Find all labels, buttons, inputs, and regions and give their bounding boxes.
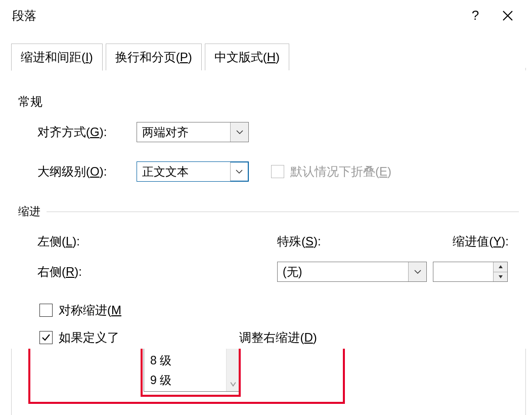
label-part: 默认情况下折叠(: [290, 164, 379, 178]
indent-by-label: 缩进值(Y):: [453, 233, 509, 250]
tab-label-part: ): [188, 50, 192, 64]
tab-label-part: ): [276, 50, 280, 64]
caret-up-icon: [498, 265, 503, 269]
outline-row: 大纲级别(O): 正文文本 默认情况下折叠(E): [11, 145, 526, 185]
alignment-combobox[interactable]: 两端对齐: [137, 122, 249, 142]
indent-by-value[interactable]: [433, 262, 493, 281]
scroll-down-arrow[interactable]: [230, 380, 236, 388]
special-indent-dropdown-button[interactable]: [408, 262, 426, 281]
indent-right-label: 右侧(R):: [37, 264, 137, 280]
tab-asian-typography[interactable]: 中文版式(H): [205, 44, 289, 71]
label-part: ):: [314, 234, 321, 248]
outline-level-dropdown-button[interactable]: [230, 162, 248, 181]
label-part: ):: [72, 234, 80, 248]
label-mn: L: [66, 234, 72, 248]
collapse-by-default-checkbox: 默认情况下折叠(E): [271, 163, 391, 180]
auto-adjust-indent-checkbox[interactable]: 如果定义了 XXXXXXXXXXXXXX 调整右缩进(D): [39, 329, 317, 346]
chevron-down-icon: [236, 130, 243, 135]
label-part: 左侧(: [37, 234, 66, 248]
close-icon: [502, 10, 513, 21]
tab-label-mn: P: [180, 50, 188, 64]
chevron-down-icon: [414, 269, 421, 274]
label-part: ): [387, 164, 391, 178]
tab-label-part: 换行和分页(: [115, 50, 180, 64]
label-part: ):: [74, 265, 82, 278]
indent-by-spinner[interactable]: [433, 262, 508, 282]
label-part: 对齐方式(: [37, 125, 90, 139]
special-indent-value: (无): [278, 262, 408, 281]
tab-label-mn: I: [85, 50, 89, 64]
label-part: 如果定义了: [59, 330, 119, 344]
outline-level-label: 大纲级别(O):: [37, 163, 137, 180]
checkbox-box: [39, 331, 53, 344]
label-part: ):: [100, 125, 107, 139]
tab-content: 常规 对齐方式(G): 两端对齐 大纲级别(O): 正文文本: [11, 70, 526, 349]
label-part: ): [313, 330, 317, 344]
label-mn: D: [304, 330, 313, 344]
label-part: ):: [100, 164, 107, 178]
indent-left-label: 左侧(L):: [37, 233, 137, 250]
section-indent-label: 缩进: [18, 204, 40, 219]
alignment-label: 对齐方式(G):: [37, 124, 137, 140]
tab-line-page-break[interactable]: 换行和分页(P): [106, 44, 202, 71]
label-part: 右侧(: [37, 265, 66, 278]
label-mn: E: [379, 164, 387, 178]
section-indent-head: 缩进: [18, 204, 519, 219]
alignment-dropdown-button[interactable]: [230, 122, 248, 142]
label-part: ):: [501, 234, 509, 248]
special-indent-combobox[interactable]: (无): [277, 262, 427, 282]
label-part: 调整右缩进(: [239, 330, 304, 344]
caret-down-icon: [230, 382, 236, 387]
spinner-buttons: [493, 262, 507, 281]
spinner-up-button[interactable]: [494, 262, 507, 272]
section-divider: [47, 212, 519, 212]
checkbox-box: [271, 165, 284, 178]
spinner-down-button[interactable]: [494, 272, 507, 282]
outline-option[interactable]: 8 级: [144, 351, 226, 370]
indent-right-row: 右侧(R): (无): [11, 253, 526, 285]
help-button[interactable]: ?: [459, 0, 492, 31]
section-general-label: 常规: [11, 91, 526, 113]
checkbox-box: [39, 304, 53, 317]
caret-down-icon: [498, 275, 503, 279]
label-mn: G: [90, 125, 100, 139]
auto-adjust-indent-row: 如果定义了 XXXXXXXXXXXXXX 调整右缩进(D): [11, 321, 526, 349]
tab-label-part: 缩进和间距(: [21, 50, 85, 64]
label-mn: O: [90, 164, 100, 178]
close-button[interactable]: [492, 0, 524, 31]
label-mn: Y: [493, 234, 501, 248]
tab-indent-spacing[interactable]: 缩进和间距(I): [11, 44, 103, 71]
mirror-indent-row: 对称缩进(M: [11, 285, 526, 321]
special-indent-label: 特殊(S):: [277, 233, 321, 250]
label-part: 大纲级别(: [37, 164, 90, 178]
outline-option[interactable]: 9 级: [144, 370, 226, 390]
tab-label-part: ): [89, 50, 93, 64]
label-mn: M: [111, 303, 121, 317]
tab-label-mn: H: [267, 50, 276, 64]
chevron-down-icon: [236, 169, 243, 174]
tab-strip: 缩进和间距(I) 换行和分页(P) 中文版式(H): [11, 44, 526, 71]
mirror-indent-checkbox[interactable]: 对称缩进(M: [39, 302, 121, 318]
outline-level-combobox[interactable]: 正文文本: [137, 161, 249, 182]
check-icon: [41, 334, 51, 342]
alignment-value: 两端对齐: [137, 122, 230, 142]
outline-level-value: 正文文本: [137, 162, 230, 181]
label-part: 对称缩进(: [59, 303, 111, 317]
tab-area: 缩进和间距(I) 换行和分页(P) 中文版式(H) 常规 对齐方式(G): 两端…: [11, 44, 526, 349]
title-bar: 段落 ?: [0, 0, 532, 31]
label-mn: R: [66, 265, 74, 278]
dialog-title: 段落: [12, 8, 459, 24]
tab-label-part: 中文版式(: [214, 50, 267, 64]
indent-left-row: 左侧(L): 特殊(S): 缩进值(Y):: [11, 221, 526, 253]
alignment-row: 对齐方式(G): 两端对齐: [11, 113, 526, 145]
label-part: 缩进值(: [453, 234, 493, 248]
label-part: 特殊(: [277, 234, 305, 248]
label-mn: S: [305, 234, 314, 248]
